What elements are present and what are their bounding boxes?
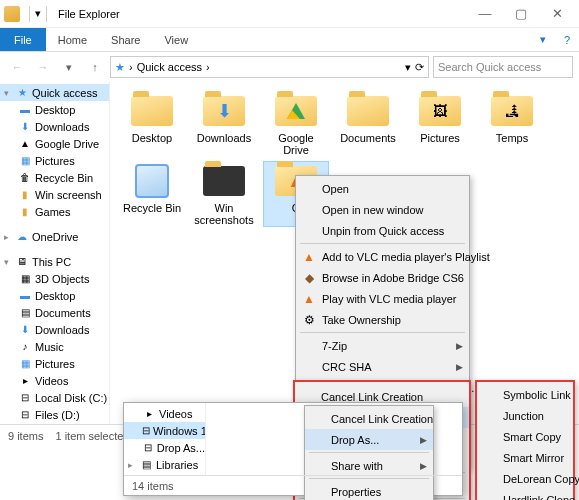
forward-button[interactable]: → (32, 56, 54, 78)
tab-share[interactable]: Share (99, 28, 152, 51)
navpane-libraries[interactable]: ▸▤Libraries (124, 456, 205, 473)
navpane-label: Pictures (35, 155, 75, 167)
navpane-item[interactable]: ⊟Drop As... (124, 439, 205, 456)
menu-vlc-playlist[interactable]: ▲Add to VLC media player's Playlist (296, 246, 469, 267)
navpane-item[interactable]: ▮Win screensh (0, 186, 109, 203)
navpane-label: Downloads (35, 121, 89, 133)
menu-drop-as[interactable]: Drop As...▶ (305, 429, 433, 450)
navpane-label: 3D Objects (35, 273, 89, 285)
submenu-hardlink-clone[interactable]: Hardlink Clone (477, 489, 573, 500)
navpane-item[interactable]: ♪Music (0, 338, 109, 355)
navpane-item[interactable]: 🗑Recycle Bin (0, 169, 109, 186)
status-selected-count: 1 item selected (55, 430, 129, 442)
titlebar: ▾ File Explorer — ▢ ✕ (0, 0, 579, 28)
navpane-item[interactable]: ⊟Windows 10 (C:) (124, 422, 205, 439)
navpane-item[interactable]: ▸Videos (0, 372, 109, 389)
qat-dropdown-icon[interactable]: ▾ (35, 7, 41, 20)
navpane-item[interactable]: ▲Google Drive (0, 135, 109, 152)
item-label: Pictures (420, 132, 460, 144)
address-dropdown-icon[interactable]: ▾ (405, 61, 411, 74)
bridge-icon: ◆ (301, 270, 317, 286)
menu-label: Symbolic Link (503, 389, 571, 401)
folder-item[interactable]: ⬇Downloads (192, 92, 256, 156)
menu-bridge[interactable]: ◆Browse in Adobe Bridge CS6 (296, 267, 469, 288)
folder-item[interactable]: Documents (336, 92, 400, 156)
win2-nav-pane[interactable]: ▸Videos ⊟Windows 10 (C:) ⊟Drop As... ▸▤L… (124, 403, 206, 475)
navpane-item[interactable]: ▦Pictures (0, 355, 109, 372)
navpane-item[interactable]: ▦Pictures (0, 152, 109, 169)
ribbon-expand-icon[interactable]: ▾ (531, 28, 555, 51)
submenu-delorean-copy[interactable]: DeLorean Copy (477, 468, 573, 489)
breadcrumb-chevron[interactable]: › (129, 61, 133, 73)
menu-share-with[interactable]: Share with▶ (305, 455, 433, 476)
refresh-button[interactable]: ⟳ (415, 61, 424, 74)
address-bar[interactable]: ★ › Quick access › ▾ ⟳ (110, 56, 429, 78)
folder-item[interactable]: 🖼Pictures (408, 92, 472, 156)
navpane-item[interactable]: ▤Documents (0, 304, 109, 321)
search-input[interactable]: Search Quick access (433, 56, 573, 78)
status-item-count: 9 items (8, 430, 43, 442)
tab-view[interactable]: View (152, 28, 200, 51)
navpane-label: Libraries (156, 459, 198, 471)
folder-item[interactable]: 🏞Temps (480, 92, 544, 156)
menu-open-new-window[interactable]: Open in new window (296, 199, 469, 220)
item-label: Documents (340, 132, 396, 144)
menu-7zip[interactable]: 7-Zip▶ (296, 335, 469, 356)
item-label: Recycle Bin (123, 202, 181, 214)
menu-cancel-link[interactable]: Cancel Link Creation (305, 408, 433, 429)
navpane-onedrive[interactable]: ▸☁OneDrive (0, 228, 109, 245)
up-button[interactable]: ↑ (84, 56, 106, 78)
maximize-button[interactable]: ▢ (503, 1, 539, 27)
separator (46, 6, 47, 22)
breadcrumb-chevron[interactable]: › (206, 61, 210, 73)
navpane-item[interactable]: ⊟Local Disk (C:) (0, 389, 109, 406)
folder-item[interactable]: Google Drive (264, 92, 328, 156)
menu-label: Play with VLC media player (322, 293, 457, 305)
menu-crc-sha[interactable]: CRC SHA▶ (296, 356, 469, 377)
menu-label: Smart Copy (503, 431, 561, 443)
submenu-smart-mirror[interactable]: Smart Mirror (477, 447, 573, 468)
item-label: Temps (496, 132, 528, 144)
navpane-item[interactable]: ▮Games (0, 203, 109, 220)
item-label: Google Drive (264, 132, 328, 156)
navpane-label: Local Disk (C:) (35, 392, 107, 404)
submenu-smart-copy[interactable]: Smart Copy (477, 426, 573, 447)
file-tab[interactable]: File (0, 28, 46, 51)
menu-unpin[interactable]: Unpin from Quick access (296, 220, 469, 241)
content-area: ▾★Quick access ▬Desktop ⬇Downloads ▲Goog… (0, 82, 579, 424)
menu-open[interactable]: Open (296, 178, 469, 199)
minimize-button[interactable]: — (467, 1, 503, 27)
navpane-item[interactable]: ⬇Downloads (0, 118, 109, 135)
navpane-item[interactable]: ▬Desktop (0, 287, 109, 304)
menu-take-ownership[interactable]: ⚙Take Ownership (296, 309, 469, 330)
navpane-this-pc[interactable]: ▾🖥This PC (0, 253, 109, 270)
navpane-item[interactable]: ▦3D Objects (0, 270, 109, 287)
separator (29, 6, 30, 22)
menu-label: Cancel Link Creation (331, 413, 433, 425)
folder-item[interactable]: Win screenshots (192, 162, 256, 226)
submenu-junction[interactable]: Junction (477, 405, 573, 426)
breadcrumb-label[interactable]: Quick access (137, 61, 202, 73)
folder-item[interactable]: Desktop (120, 92, 184, 156)
navpane-item[interactable]: ▸Videos (124, 405, 205, 422)
submenu-arrow-icon: ▶ (420, 435, 427, 445)
close-button[interactable]: ✕ (539, 1, 575, 27)
recycle-bin-item[interactable]: Recycle Bin (120, 162, 184, 226)
recent-locations-button[interactable]: ▾ (58, 56, 80, 78)
navpane-item[interactable]: ▬Desktop (0, 101, 109, 118)
navpane-quick-access[interactable]: ▾★Quick access (0, 84, 109, 101)
folder-app-icon (4, 6, 20, 22)
menu-vlc-play[interactable]: ▲Play with VLC media player (296, 288, 469, 309)
quick-access-star-icon: ★ (115, 61, 125, 74)
help-icon[interactable]: ? (555, 28, 579, 51)
navigation-pane[interactable]: ▾★Quick access ▬Desktop ⬇Downloads ▲Goog… (0, 82, 110, 424)
win2-status-bar: 14 items (124, 475, 462, 495)
submenu-symbolic-link[interactable]: Symbolic Link (477, 384, 573, 405)
menu-label: Add to VLC media player's Playlist (322, 251, 490, 263)
navpane-item[interactable]: ⬇Downloads (0, 321, 109, 338)
navpane-item[interactable]: ⊟Files (D:) (0, 406, 109, 423)
back-button[interactable]: ← (6, 56, 28, 78)
vlc-icon: ▲ (301, 249, 317, 265)
tab-home[interactable]: Home (46, 28, 99, 51)
menu-separator (300, 243, 465, 244)
